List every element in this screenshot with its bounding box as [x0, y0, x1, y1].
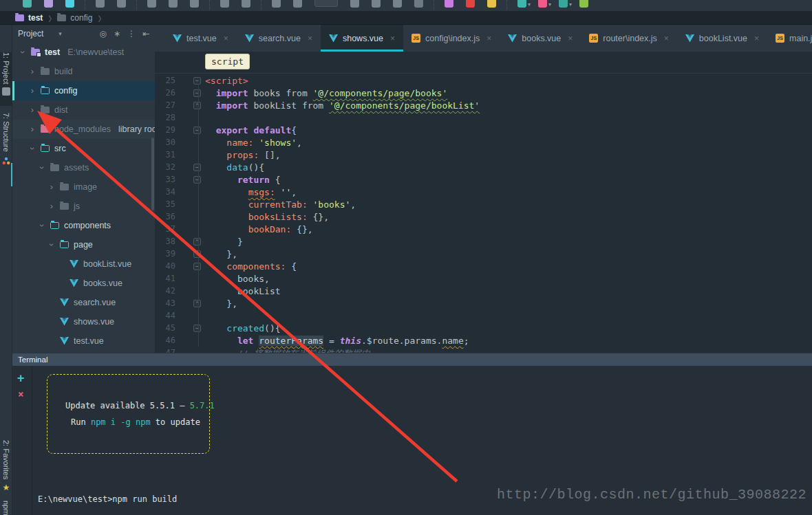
tab-config-index.js[interactable]: JSconfig\index.js× [403, 25, 500, 52]
code-line[interactable]: 25−<script> [155, 74, 812, 87]
close-icon[interactable]: × [487, 34, 491, 43]
fold-marker[interactable]: ⌃ [193, 102, 201, 109]
code-line[interactable]: 39⌃ }, [155, 248, 812, 260]
chevron-icon[interactable]: › [29, 107, 36, 113]
tree-item-image[interactable]: ›image [12, 177, 155, 197]
terminal-header[interactable]: Terminal [12, 353, 812, 366]
tab-bookList.vue[interactable]: bookList.vue× [677, 25, 767, 52]
code-line[interactable]: 42 bookList [155, 285, 812, 297]
redo-icon[interactable] [117, 0, 126, 8]
tree-item-components[interactable]: ›components [12, 216, 155, 235]
fold-marker[interactable]: − [193, 176, 201, 184]
code-line[interactable]: 40− components: { [155, 260, 812, 272]
chevron-icon[interactable]: › [29, 68, 36, 75]
paste-icon[interactable] [190, 0, 199, 8]
collapse-all-icon[interactable]: ∗ [114, 29, 120, 39]
tree-item-build[interactable]: ›build [12, 62, 155, 81]
tree-item-assets[interactable]: ›assets [12, 158, 155, 177]
code-line[interactable]: 31 props: [], [155, 149, 812, 161]
tab-search.vue[interactable]: search.vue× [237, 25, 321, 52]
chevron-icon[interactable]: › [39, 222, 45, 229]
cut-icon[interactable] [147, 0, 156, 8]
tree-item-shows.vue[interactable]: shows.vue [12, 312, 155, 331]
tree-item-test.vue[interactable]: test.vue [12, 331, 155, 351]
code-line[interactable]: 28 [155, 111, 812, 124]
code-line[interactable]: 37 bookDan: {}, [155, 223, 812, 235]
fold-marker[interactable]: − [193, 325, 201, 332]
tree-item-js[interactable]: ›js [12, 197, 155, 216]
undo-icon[interactable] [96, 0, 105, 8]
code-line[interactable]: 26− import books from '@/components/page… [155, 87, 812, 99]
plugin-purple-icon[interactable] [445, 0, 453, 8]
chevron-icon[interactable]: › [48, 241, 55, 248]
fold-marker[interactable]: ⌃ [193, 238, 201, 245]
project-title[interactable]: Project [18, 29, 43, 39]
run-configurations-icon[interactable] [314, 0, 338, 7]
code-line[interactable]: 41 books, [155, 272, 812, 285]
code-line[interactable]: 43⌃ }, [155, 297, 812, 309]
code-line[interactable]: 46 let routerParams = this.$route.params… [155, 334, 812, 347]
chevron-icon[interactable]: › [19, 49, 26, 56]
locate-icon[interactable]: ◎ [99, 29, 106, 39]
stripe-item-structure[interactable]: 7: Structure [0, 113, 12, 190]
plugin-yellow-icon[interactable] [487, 0, 496, 8]
tree-item-test[interactable]: ›testE:\newvue\test [12, 43, 155, 62]
tree-item-dist[interactable]: ›dist [12, 100, 155, 120]
terminal-add-session-button[interactable]: + [17, 371, 24, 385]
tab-books.vue[interactable]: books.vue× [500, 25, 581, 52]
back-icon[interactable] [272, 0, 281, 8]
code-line[interactable]: 35 currentTab: 'books', [155, 198, 812, 210]
code-line[interactable]: 30 name: 'shows', [155, 136, 812, 149]
breadcrumb-item-test[interactable]: test [15, 13, 43, 23]
breadcrumb-item-config[interactable]: config [57, 13, 92, 23]
chevron-icon[interactable]: › [48, 203, 55, 210]
run-icon[interactable] [350, 0, 359, 8]
close-icon[interactable]: × [390, 34, 395, 43]
chevron-icon[interactable]: › [39, 164, 45, 171]
code-line[interactable]: 34 msgs: '', [155, 186, 812, 198]
close-icon[interactable]: × [224, 34, 228, 43]
synchronize-icon[interactable] [65, 0, 74, 8]
terminal-prompt[interactable]: E:\newvue\test>npm run build [38, 494, 177, 504]
code-line[interactable]: 36 booksLists: {}, [155, 210, 812, 223]
code-line[interactable]: 27⌃ import bookList from '@/components/p… [155, 99, 812, 111]
open-icon[interactable] [23, 0, 32, 8]
find-icon[interactable] [220, 0, 229, 8]
hide-icon[interactable]: ⇤ [142, 29, 149, 39]
fold-marker[interactable]: ⌃ [193, 300, 201, 307]
fold-marker[interactable]: − [193, 89, 201, 97]
tree-item-bookList.vue[interactable]: bookList.vue [12, 254, 155, 274]
close-icon[interactable]: × [308, 34, 312, 43]
close-icon[interactable]: × [664, 34, 669, 43]
tree-item-src[interactable]: ›src [12, 139, 155, 158]
fold-marker[interactable]: − [193, 77, 201, 85]
copy-icon[interactable] [169, 0, 178, 8]
coverage-icon[interactable] [393, 0, 402, 8]
code-line[interactable]: 33− return { [155, 173, 812, 186]
fold-marker[interactable]: − [193, 164, 201, 171]
tree-item-books.vue[interactable]: books.vue [12, 274, 155, 293]
editor-area[interactable]: test.vue×search.vue×shows.vue×JSconfig\i… [155, 25, 812, 353]
debug-icon[interactable] [372, 0, 381, 8]
fold-marker[interactable]: − [193, 127, 201, 134]
chart-teal-icon[interactable] [559, 0, 568, 8]
chevron-icon[interactable]: › [29, 126, 36, 133]
record-icon[interactable] [466, 0, 475, 8]
code-line[interactable]: 45− created(){ [155, 322, 812, 334]
tree-scrollbar[interactable] [151, 138, 154, 210]
terminal-close-button[interactable]: × [18, 388, 23, 399]
highlight-pink-icon[interactable] [538, 0, 547, 8]
stripe-item-project[interactable]: 1: Project [0, 52, 12, 106]
options-icon[interactable]: ⋮ [127, 29, 136, 39]
save-all-icon[interactable] [44, 0, 53, 8]
code-line[interactable]: 32− data(){ [155, 161, 812, 173]
tab-router-index.js[interactable]: JSrouter\index.js× [581, 25, 677, 52]
code-viewport[interactable]: 25−<script>26− import books from '@/comp… [155, 74, 812, 353]
chevron-icon[interactable]: › [48, 184, 55, 190]
code-line[interactable]: 47 // 将数据放在当前组件的数据中 [155, 347, 812, 353]
tab-test.vue[interactable]: test.vue× [164, 25, 237, 52]
fold-marker[interactable]: ⌃ [193, 250, 201, 258]
tab-main.js[interactable]: JSmain.js× [767, 25, 812, 52]
plugin-green-icon[interactable] [579, 0, 588, 8]
stripe-item-star[interactable]: 2: Favorites★ [0, 440, 12, 498]
